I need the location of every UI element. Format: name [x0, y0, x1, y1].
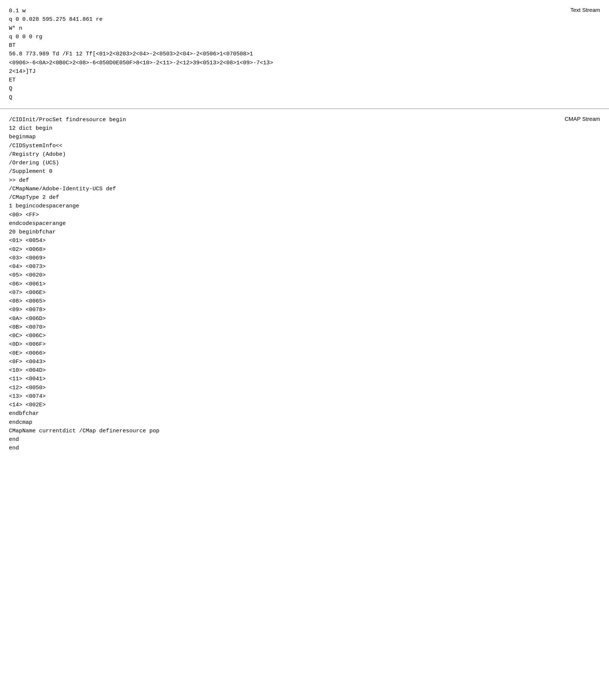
cmap-stream-label: CMAP Stream	[564, 116, 600, 122]
page: Text Stream 0.1 w q 0 0.028 595.275 841.…	[0, 0, 609, 700]
cmap-stream-content: /CIDInit/ProcSet findresource begin 12 d…	[9, 116, 600, 453]
text-stream-content: 0.1 w q 0 0.028 595.275 841.861 re W* n …	[9, 7, 600, 102]
text-stream-section: Text Stream 0.1 w q 0 0.028 595.275 841.…	[0, 0, 609, 109]
cmap-stream-section: CMAP Stream /CIDInit/ProcSet findresourc…	[0, 109, 609, 459]
text-stream-label: Text Stream	[570, 7, 600, 13]
